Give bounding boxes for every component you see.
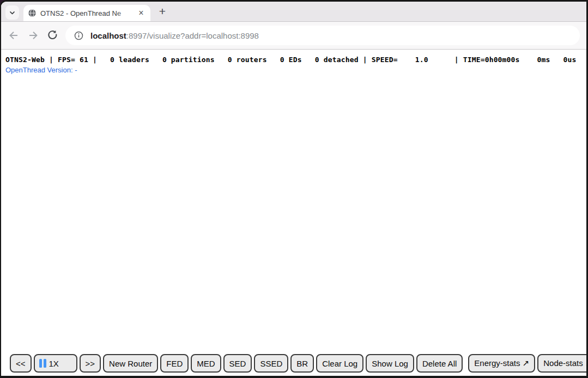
- fed-button[interactable]: FED: [160, 354, 189, 373]
- pause-icon: [39, 359, 46, 368]
- url-path: :8997/visualize?addr=localhost:8998: [126, 31, 259, 40]
- back-button[interactable]: [4, 26, 23, 45]
- energy-stats-button[interactable]: Energy-stats ↗: [468, 354, 535, 373]
- navigation-toolbar: localhost:8997/visualize?addr=localhost:…: [1, 22, 586, 50]
- med-button[interactable]: MED: [191, 354, 221, 373]
- step-forward-button[interactable]: >>: [80, 354, 101, 373]
- br-button[interactable]: BR: [290, 354, 314, 373]
- reload-icon: [47, 29, 59, 41]
- tab-strip: OTNS2 - OpenThread Ne × +: [1, 2, 586, 22]
- clear-log-button[interactable]: Clear Log: [316, 354, 363, 373]
- forward-button[interactable]: [24, 26, 43, 45]
- address-bar[interactable]: localhost:8997/visualize?addr=localhost:…: [65, 26, 580, 45]
- openthread-version-link[interactable]: OpenThread Version: -: [5, 66, 77, 74]
- speed-label: 1X: [49, 359, 59, 368]
- simulation-status-bar: OTNS2-Web | FPS= 61 | 0 leaders 0 partit…: [5, 56, 586, 64]
- action-bar: << 1X >> New Router FED MED SED SSED BR …: [10, 354, 586, 373]
- tab-title-wrap: OTNS2 - OpenThread Ne: [40, 5, 133, 21]
- url-text: localhost:8997/visualize?addr=localhost:…: [90, 31, 259, 40]
- browser-window: OTNS2 - OpenThread Ne × +: [0, 0, 588, 378]
- step-back-button[interactable]: <<: [10, 354, 32, 373]
- sed-button[interactable]: SED: [223, 354, 252, 373]
- show-log-button[interactable]: Show Log: [366, 354, 414, 373]
- tab-title: OTNS2 - OpenThread Ne: [40, 9, 121, 17]
- forward-arrow-icon: [27, 29, 39, 41]
- new-tab-button[interactable]: +: [155, 4, 170, 19]
- info-icon: [74, 31, 83, 40]
- chevron-down-icon: [9, 9, 16, 16]
- tab-search-chevron-button[interactable]: [5, 5, 19, 20]
- reload-button[interactable]: [44, 26, 62, 45]
- new-router-button[interactable]: New Router: [103, 354, 158, 373]
- site-info-button[interactable]: [71, 28, 86, 42]
- globe-favicon-icon: [28, 9, 37, 17]
- page-content: OTNS2-Web | FPS= 61 | 0 leaders 0 partit…: [1, 50, 586, 376]
- url-host: localhost: [90, 31, 126, 40]
- back-arrow-icon: [8, 29, 20, 41]
- browser-tab[interactable]: OTNS2 - OpenThread Ne ×: [23, 5, 150, 21]
- play-pause-speed-button[interactable]: 1X: [34, 354, 77, 373]
- node-stats-button[interactable]: Node-stats ↗: [537, 354, 586, 373]
- delete-all-button[interactable]: Delete All: [416, 354, 463, 373]
- tab-close-button[interactable]: ×: [136, 8, 146, 18]
- ssed-button[interactable]: SSED: [254, 354, 288, 373]
- visualization-canvas[interactable]: [1, 50, 586, 376]
